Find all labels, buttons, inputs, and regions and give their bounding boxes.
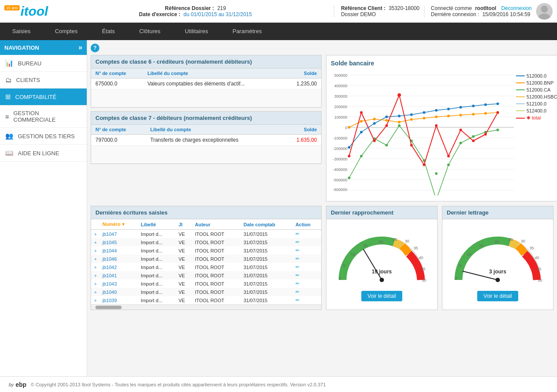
- ref-client-label: Référence Client :: [341, 5, 385, 11]
- help-icon[interactable]: ?: [91, 44, 99, 52]
- svg-text:10: 10: [351, 252, 355, 256]
- expand-cell[interactable]: +: [91, 230, 100, 239]
- svg-point-55: [385, 144, 388, 147]
- svg-text:-100000: -100000: [333, 136, 347, 140]
- sidebar-collapse-icon[interactable]: »: [78, 44, 82, 51]
- sidebar-item-comptabilite[interactable]: ⊞ COMPTABILITÉ: [0, 89, 87, 106]
- svg-point-31: [410, 113, 413, 116]
- sidebar-item-gestion-tiers[interactable]: 👥 GESTION DES TIERS: [0, 128, 87, 145]
- last-login-value: 15/09/2016 10:54:59: [482, 11, 530, 17]
- cell-libelle: Import d...: [138, 288, 176, 296]
- svg-point-38: [496, 102, 499, 105]
- svg-text:25: 25: [509, 237, 513, 242]
- cell-num: jb1042: [100, 263, 138, 271]
- cell-libelle: Import d...: [138, 238, 176, 246]
- cell-jl: VE: [176, 288, 193, 296]
- cell-libelle: Import d...: [138, 296, 176, 304]
- th-auteur[interactable]: Auteur: [192, 219, 241, 230]
- client-info: Référence Client : 35320-18000 Dossier D…: [334, 5, 419, 17]
- expand-cell[interactable]: +: [91, 246, 100, 255]
- svg-point-45: [423, 117, 425, 119]
- th-numero[interactable]: Numéro ▾: [100, 219, 138, 230]
- legend-512000-label: 512000.0: [526, 73, 547, 78]
- deconnexion-link[interactable]: Déconnexion: [501, 5, 532, 11]
- footer-copyright: © Copyright 2001-2013 Itool Systems - To…: [31, 382, 326, 387]
- svg-text:500000: 500000: [334, 73, 347, 78]
- cell-action[interactable]: ✏: [293, 280, 321, 288]
- cell7-numero: 797000.0: [91, 135, 146, 146]
- cell-action[interactable]: ✏: [293, 288, 321, 296]
- rapprochement-voir-detail-btn[interactable]: Voir le détail: [361, 291, 402, 301]
- svg-point-40: [360, 120, 363, 123]
- svg-point-37: [484, 103, 487, 106]
- expand-cell[interactable]: +: [91, 263, 100, 271]
- sidebar-item-gestion-commerciale-label: GESTION COMMERCIALE: [14, 110, 82, 123]
- cell-jl: VE: [176, 271, 193, 280]
- footer-logo: by ebp: [9, 381, 27, 388]
- svg-point-68: [385, 124, 388, 127]
- sidebar-item-clients-label: CLIENTS: [16, 77, 40, 83]
- col-solde: Solde: [283, 68, 321, 78]
- col7-solde: Solde: [281, 125, 321, 135]
- col7-libelle: Libellé du compte: [146, 125, 281, 135]
- svg-text:10: 10: [467, 252, 471, 256]
- panel-classe7-header: Comptes de classe 7 - débiteurs (normale…: [91, 112, 321, 125]
- nav-comptes[interactable]: Comptes: [43, 23, 90, 40]
- legend-bnp-label: 512000.BNP: [526, 80, 554, 85]
- expand-cell[interactable]: +: [91, 271, 100, 280]
- svg-text:-300000: -300000: [333, 157, 347, 161]
- cell-action[interactable]: ✏: [293, 271, 321, 280]
- nav-utilitaires[interactable]: Utilitaires: [173, 23, 220, 40]
- svg-point-48: [459, 114, 462, 116]
- svg-point-49: [472, 113, 475, 116]
- sidebar-item-bureau[interactable]: 📊 BUREAU: [0, 55, 87, 72]
- cell-auteur: ITOOL ROOT: [192, 280, 241, 288]
- expand-cell[interactable]: +: [91, 296, 100, 304]
- cell-auteur: ITOOL ROOT: [192, 230, 241, 239]
- cell-jl: VE: [176, 238, 193, 246]
- people-icon: 👥: [5, 132, 14, 140]
- svg-point-74: [459, 129, 462, 131]
- cell-action[interactable]: ✏: [293, 263, 321, 271]
- svg-point-65: [348, 155, 350, 157]
- dossier-label: Dossier DEMO: [341, 11, 419, 17]
- svg-point-73: [447, 155, 450, 157]
- cell-libelle: Import d...: [138, 246, 176, 255]
- cell-action[interactable]: ✏: [293, 296, 321, 304]
- table-row: + jb1046 Import d... VE ITOOL ROOT 31/07…: [91, 255, 321, 263]
- expand-cell[interactable]: +: [91, 288, 100, 296]
- expand-cell[interactable]: +: [91, 255, 100, 263]
- th-expand: [91, 219, 100, 230]
- cell-action[interactable]: ✏: [293, 255, 321, 263]
- sidebar-header: NAVIGATION »: [0, 40, 87, 55]
- lettrage-voir-detail-btn[interactable]: Voir le détail: [477, 291, 518, 301]
- legend-512100: 512100.0: [516, 101, 557, 106]
- nav-parametres[interactable]: Paramètres: [220, 23, 274, 40]
- svg-line-102: [363, 249, 382, 280]
- nav-etats[interactable]: États: [90, 23, 127, 40]
- th-libelle[interactable]: Libellé: [138, 219, 176, 230]
- spacer-row: [91, 89, 321, 107]
- expand-cell[interactable]: +: [91, 238, 100, 246]
- th-date[interactable]: Date comptab: [241, 219, 293, 230]
- svg-point-56: [398, 124, 401, 127]
- cell-date: 31/07/2015: [241, 280, 293, 288]
- grid-icon: ⊞: [5, 93, 11, 101]
- sidebar-item-aide-ligne[interactable]: 📖 AIDE EN LIGNE: [0, 145, 87, 162]
- sidebar-item-gestion-commerciale[interactable]: ≡ GESTION COMMERCIALE: [0, 106, 87, 128]
- rapprochement-gauge-container: 0 5 10 15 20 25 30 35 40 45 50: [326, 219, 437, 310]
- cell-action[interactable]: ✏: [293, 238, 321, 246]
- svg-point-43: [398, 121, 401, 123]
- nav-clotures[interactable]: Clôtures: [127, 23, 173, 40]
- expand-cell[interactable]: +: [91, 280, 100, 288]
- th-jl[interactable]: Jl: [176, 219, 193, 230]
- cell-action[interactable]: ✏: [293, 246, 321, 255]
- cell-action[interactable]: ✏: [293, 230, 321, 239]
- bottom-section: Dernières écritures saisies Numéro ▾ Lib…: [91, 206, 554, 310]
- cell-jl: VE: [176, 280, 193, 288]
- sidebar-item-clients[interactable]: 🗂 CLIENTS: [0, 72, 87, 89]
- svg-point-33: [435, 109, 438, 112]
- scroll-bar[interactable]: [91, 304, 321, 310]
- svg-point-1: [539, 14, 550, 20]
- nav-saisies[interactable]: Saisies: [0, 23, 43, 40]
